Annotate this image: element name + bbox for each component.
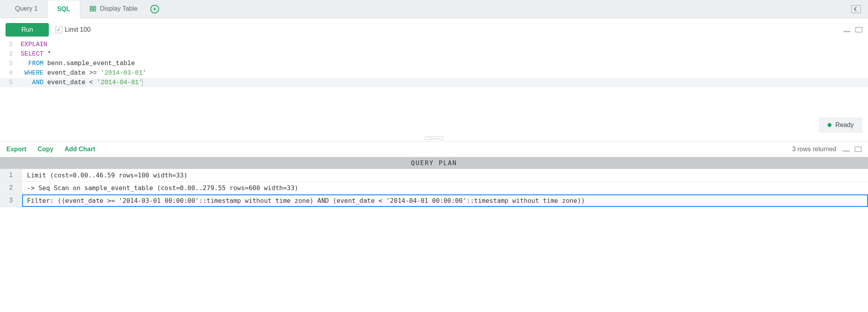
status-label: Ready bbox=[835, 121, 854, 129]
row-number: 3 bbox=[0, 195, 22, 207]
table-icon bbox=[90, 6, 96, 12]
status-row: Ready bbox=[0, 115, 868, 135]
line-number: 1 bbox=[0, 40, 18, 49]
splitter[interactable] bbox=[0, 135, 868, 141]
editor-toolbar: Run ✓ Limit 100 bbox=[0, 18, 868, 40]
maximize-icon[interactable] bbox=[855, 27, 862, 33]
tab-label: SQL bbox=[57, 6, 70, 13]
sql-editor[interactable]: 1EXPLAIN2SELECT *3 FROM benn.sample_even… bbox=[0, 40, 868, 87]
table-row[interactable]: 3Filter: ((event_date >= '2014-03-01 00:… bbox=[0, 195, 868, 207]
table-row[interactable]: 1Limit (cost=0.00..46.59 rows=100 width=… bbox=[0, 169, 868, 182]
svg-rect-0 bbox=[90, 6, 96, 11]
limit-checkbox[interactable]: ✓ bbox=[55, 26, 62, 33]
tabs-bar: Query 1 SQL Display Table + bbox=[0, 0, 868, 18]
line-number: 4 bbox=[0, 68, 18, 78]
status-dot-icon bbox=[828, 123, 832, 127]
results-column-header: QUERY PLAN bbox=[0, 157, 868, 169]
add-chart-button[interactable]: Add Chart bbox=[65, 146, 95, 153]
minimize-icon[interactable] bbox=[843, 31, 851, 32]
copy-button[interactable]: Copy bbox=[38, 146, 54, 153]
code-text[interactable]: AND event_date < '2014-04-01' bbox=[18, 78, 143, 87]
line-number: 5 bbox=[0, 78, 18, 87]
table-row[interactable]: 2-> Seq Scan on sample_event_table (cost… bbox=[0, 182, 868, 195]
limit-checkbox-group[interactable]: ✓ Limit 100 bbox=[55, 26, 90, 33]
tab-query-1[interactable]: Query 1 bbox=[6, 0, 47, 18]
editor-line[interactable]: 2SELECT * bbox=[0, 49, 868, 59]
code-text[interactable]: FROM benn.sample_event_table bbox=[18, 59, 135, 68]
row-text[interactable]: Limit (cost=0.00..46.59 rows=100 width=3… bbox=[22, 169, 868, 181]
row-number: 1 bbox=[0, 169, 22, 181]
editor-window-controls bbox=[843, 27, 862, 33]
results-window-controls bbox=[843, 146, 862, 152]
editor-line[interactable]: 5 AND event_date < '2014-04-01' bbox=[0, 78, 868, 87]
line-number: 2 bbox=[0, 49, 18, 59]
editor-blank-space bbox=[0, 87, 868, 115]
rows-returned-label: 3 rows returned bbox=[792, 146, 836, 153]
run-button[interactable]: Run bbox=[6, 23, 49, 37]
code-text[interactable]: EXPLAIN bbox=[18, 40, 47, 49]
line-number: 3 bbox=[0, 59, 18, 68]
row-text[interactable]: -> Seq Scan on sample_event_table (cost=… bbox=[22, 182, 868, 194]
editor-line[interactable]: 3 FROM benn.sample_event_table bbox=[0, 59, 868, 68]
editor-line[interactable]: 1EXPLAIN bbox=[0, 40, 868, 49]
editor-line[interactable]: 4 WHERE event_date >= '2014-03-01' bbox=[0, 68, 868, 78]
results-rows: 1Limit (cost=0.00..46.59 rows=100 width=… bbox=[0, 169, 868, 207]
tab-sql[interactable]: SQL bbox=[47, 0, 80, 19]
limit-label: Limit 100 bbox=[65, 26, 90, 33]
minimize-icon[interactable] bbox=[843, 150, 850, 152]
row-text[interactable]: Filter: ((event_date >= '2014-03-01 00:0… bbox=[22, 195, 868, 207]
caret-icon bbox=[142, 79, 143, 87]
export-button[interactable]: Export bbox=[6, 146, 27, 153]
maximize-icon[interactable] bbox=[855, 146, 862, 152]
splitter-handle-icon[interactable] bbox=[425, 137, 443, 140]
code-text[interactable]: SELECT * bbox=[18, 49, 51, 59]
tab-label: Query 1 bbox=[15, 5, 38, 12]
collapse-panel-button[interactable] bbox=[851, 5, 861, 13]
status-badge: Ready bbox=[819, 117, 862, 133]
tab-display-table[interactable]: Display Table bbox=[80, 0, 147, 18]
code-text[interactable]: WHERE event_date >= '2014-03-01' bbox=[18, 68, 146, 78]
row-number: 2 bbox=[0, 182, 22, 194]
results-toolbar: Export Copy Add Chart 3 rows returned bbox=[0, 141, 868, 157]
add-tab-button[interactable]: + bbox=[150, 5, 159, 13]
tab-label: Display Table bbox=[100, 5, 138, 12]
